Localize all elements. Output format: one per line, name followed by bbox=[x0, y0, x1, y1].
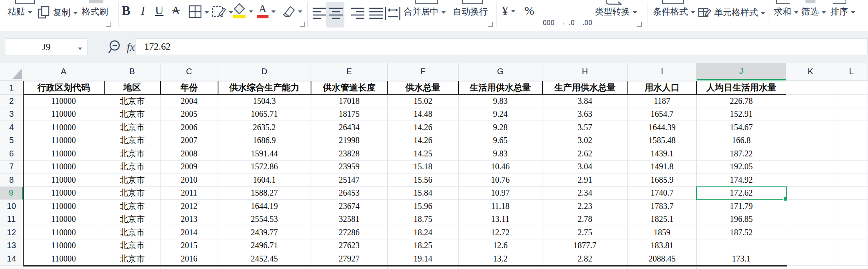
cell-E4[interactable]: 26434 bbox=[311, 121, 388, 134]
cell-D4[interactable]: 2635.2 bbox=[218, 121, 311, 134]
cell-G13[interactable]: 12.6 bbox=[459, 239, 542, 253]
cell-C7[interactable]: 2009 bbox=[161, 161, 218, 174]
cell-C4[interactable]: 2006 bbox=[161, 121, 218, 134]
cell-G11[interactable]: 13.11 bbox=[459, 213, 542, 226]
cell-J5[interactable]: 166.8 bbox=[697, 134, 786, 148]
cell-J13[interactable] bbox=[697, 239, 786, 253]
cell-D11[interactable]: 2554.53 bbox=[218, 213, 311, 226]
cell-F3[interactable]: 14.48 bbox=[388, 108, 459, 121]
cell-G6[interactable]: 9.83 bbox=[459, 147, 542, 161]
row-header-4[interactable]: 4 bbox=[0, 121, 23, 134]
cell-D2[interactable]: 1504.3 bbox=[218, 95, 311, 108]
cell-I5[interactable]: 1585.48 bbox=[628, 134, 697, 148]
cell-A5[interactable]: 110000 bbox=[23, 134, 104, 148]
fill-handle[interactable] bbox=[783, 197, 788, 201]
cell-J3[interactable]: 152.91 bbox=[697, 108, 786, 121]
cell-G8[interactable]: 10.76 bbox=[459, 173, 542, 187]
cell-J12[interactable]: 187.52 bbox=[697, 226, 786, 239]
cell-H14[interactable]: 2.82 bbox=[542, 252, 628, 266]
cell-row15[interactable] bbox=[388, 267, 459, 269]
cell-H12[interactable]: 2.75 bbox=[542, 226, 628, 239]
clear-button[interactable] bbox=[280, 4, 302, 18]
header-cell-C1[interactable]: 年份 bbox=[161, 81, 218, 95]
cell-row15[interactable] bbox=[786, 267, 835, 269]
cell-K11[interactable] bbox=[786, 213, 835, 226]
underline-button[interactable]: U bbox=[155, 4, 163, 17]
cell-H7[interactable]: 3.04 bbox=[542, 161, 628, 174]
cell-H4[interactable]: 3.57 bbox=[542, 121, 628, 134]
cell-B8[interactable]: 北京市 bbox=[104, 173, 161, 187]
cell-H9[interactable]: 2.34 bbox=[542, 187, 628, 200]
cell-C12[interactable]: 2014 bbox=[161, 226, 218, 239]
cell-F10[interactable]: 15.96 bbox=[388, 200, 459, 213]
cell-F9[interactable]: 15.84 bbox=[388, 187, 459, 200]
cell-row15[interactable] bbox=[104, 267, 161, 269]
percent-format-button[interactable]: % bbox=[524, 4, 534, 18]
cell-L6[interactable] bbox=[835, 147, 868, 161]
cell-K7[interactable] bbox=[786, 161, 835, 174]
cell-J4[interactable]: 154.67 bbox=[697, 121, 786, 134]
cell-L9[interactable] bbox=[835, 187, 868, 200]
cell-L7[interactable] bbox=[835, 161, 868, 174]
cell-B13[interactable]: 北京市 bbox=[104, 239, 161, 253]
currency-format-button[interactable]: ¥ bbox=[502, 3, 515, 18]
cell-G4[interactable]: 9.28 bbox=[459, 121, 542, 134]
cell-style-button[interactable]: 单元格样式 bbox=[698, 6, 765, 19]
cell-I4[interactable]: 1644.39 bbox=[628, 121, 697, 134]
cell-B11[interactable]: 北京市 bbox=[104, 213, 161, 226]
row-header-15[interactable] bbox=[0, 267, 23, 269]
cell-J6[interactable]: 187.22 bbox=[697, 147, 786, 161]
header-cell-G1[interactable]: 生活用供水总量 bbox=[459, 81, 542, 95]
row-header-2[interactable]: 2 bbox=[0, 95, 23, 108]
cell-J8[interactable]: 174.92 bbox=[697, 173, 786, 187]
sort-button[interactable]: 排序 bbox=[830, 6, 855, 18]
column-header-L[interactable]: L bbox=[835, 63, 868, 80]
paste-button[interactable]: 粘贴 bbox=[8, 6, 32, 18]
cell-B5[interactable]: 北京市 bbox=[104, 134, 161, 148]
cell-B3[interactable]: 北京市 bbox=[104, 108, 161, 121]
header-cell-E1[interactable]: 供水管道长度 bbox=[311, 81, 388, 95]
cell-E7[interactable]: 23959 bbox=[311, 161, 388, 174]
align-center-button[interactable] bbox=[329, 7, 344, 21]
italic-button[interactable]: I bbox=[141, 4, 145, 18]
cell-I12[interactable]: 1859 bbox=[628, 226, 697, 239]
indent-button[interactable] bbox=[384, 6, 401, 21]
cell-C2[interactable]: 2004 bbox=[161, 95, 218, 108]
cell-F8[interactable]: 15.56 bbox=[388, 173, 459, 187]
row-header-11[interactable]: 11 bbox=[0, 213, 23, 226]
column-header-B[interactable]: B bbox=[104, 63, 161, 80]
header-cell-D1[interactable]: 供水综合生产能力 bbox=[218, 81, 311, 95]
number-dialog-launcher[interactable] bbox=[637, 22, 642, 27]
cell-C6[interactable]: 2008 bbox=[161, 147, 218, 161]
cell-I2[interactable]: 1187 bbox=[628, 95, 697, 108]
cell-B4[interactable]: 北京市 bbox=[104, 121, 161, 134]
cell-G3[interactable]: 9.24 bbox=[459, 108, 542, 121]
cell-L2[interactable] bbox=[835, 95, 868, 108]
cell-K4[interactable] bbox=[786, 121, 835, 134]
type-convert-button[interactable]: 类型转换 bbox=[595, 6, 637, 18]
cell-E8[interactable]: 25147 bbox=[311, 173, 388, 187]
header-cell-B1[interactable]: 地区 bbox=[104, 81, 161, 95]
cell-A14[interactable]: 110000 bbox=[23, 252, 104, 266]
cell-L8[interactable] bbox=[835, 173, 868, 187]
cell-D6[interactable]: 1591.44 bbox=[218, 147, 311, 161]
cell-row15[interactable] bbox=[459, 267, 542, 269]
cell-B9[interactable]: 北京市 bbox=[104, 187, 161, 200]
cell-J7[interactable]: 192.05 bbox=[697, 161, 786, 174]
cell-K9[interactable] bbox=[786, 187, 835, 200]
bold-button[interactable]: B bbox=[122, 3, 130, 18]
column-header-G[interactable]: G bbox=[459, 63, 542, 80]
cell-A10[interactable]: 110000 bbox=[23, 200, 104, 213]
row-header-9[interactable]: 9 bbox=[0, 187, 23, 200]
cell-I13[interactable]: 183.81 bbox=[628, 239, 697, 253]
column-header-C[interactable]: C bbox=[161, 63, 218, 80]
increase-decimal-button[interactable]: ←.0 .00 bbox=[559, 5, 577, 31]
cell-G14[interactable]: 13.2 bbox=[459, 252, 542, 266]
select-all-corner[interactable] bbox=[0, 63, 23, 80]
column-header-I[interactable]: I bbox=[628, 63, 697, 80]
row-header-8[interactable]: 8 bbox=[0, 173, 23, 187]
cell-I11[interactable]: 1825.1 bbox=[628, 213, 697, 226]
cell-L12[interactable] bbox=[835, 226, 868, 239]
row-header-3[interactable]: 3 bbox=[0, 108, 23, 121]
cell-H3[interactable]: 3.63 bbox=[542, 108, 628, 121]
